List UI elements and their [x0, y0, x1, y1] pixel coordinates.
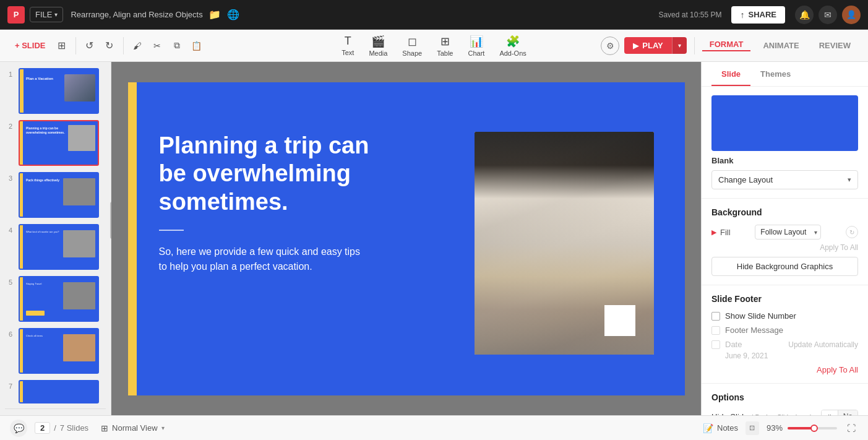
rp-tab-slide[interactable]: Slide — [711, 62, 750, 86]
addons-tool-icon: 🧩 — [506, 35, 520, 48]
play-icon: ▶ — [633, 41, 638, 50]
cut-icon[interactable]: ✂ — [148, 37, 166, 54]
normal-view-button[interactable]: ⊞ Normal View ▾ — [96, 421, 169, 436]
slide-heading: Planning a trip can be overwhelming some… — [159, 132, 394, 217]
footer-message-input[interactable] — [725, 326, 858, 335]
footer-message-checkbox[interactable] — [711, 326, 720, 335]
background-title: Background — [711, 207, 858, 217]
slide-num-4: 4 — [6, 226, 15, 234]
undo-button[interactable]: ↺ — [81, 37, 98, 54]
hide-slide-sub: ( During Slideshow ) — [751, 413, 812, 415]
date-value: June 9, 2021 — [725, 352, 858, 360]
notes-button[interactable]: 📝 Notes — [703, 423, 738, 433]
shape-tool-icon: ◻ — [408, 35, 417, 48]
saved-text: Saved at 10:55 PM — [658, 11, 721, 19]
hide-slide-label: Hide Slide — [711, 412, 748, 415]
slide-thumb-1[interactable]: 1 Plan a Vacation — [5, 67, 106, 115]
view-chevron-icon: ▾ — [161, 425, 165, 431]
slide-divider — [159, 230, 184, 231]
show-slide-number-checkbox[interactable] — [711, 312, 720, 321]
tab-format[interactable]: FORMAT — [702, 40, 751, 51]
slide-num-3: 3 — [6, 175, 15, 182]
layout-toggle-icon[interactable]: ⊡ — [746, 421, 759, 435]
apply-fill-icon[interactable]: ↻ — [846, 226, 858, 238]
addons-tool-button[interactable]: 🧩 Add-Ons — [493, 32, 532, 59]
slide-thumb-7[interactable]: 7 — [5, 379, 106, 405]
follow-layout-select[interactable]: Follow Layout None Solid Gradient Image — [755, 225, 821, 239]
chart-tool-button[interactable]: 📊 Chart — [462, 32, 491, 59]
tab-animate[interactable]: ANIMATE — [755, 41, 806, 50]
slide-num-2: 2 — [6, 123, 15, 130]
slide-thumb-6[interactable]: 6 Check all items — [5, 327, 106, 375]
library-tab[interactable]: Library — [5, 414, 40, 415]
slide-count: 7 Slides — [60, 423, 88, 433]
paste-icon[interactable]: 📋 — [188, 37, 205, 54]
zoom-slider-thumb[interactable] — [810, 425, 818, 432]
apply-to-all-fill[interactable]: Apply To All — [711, 243, 858, 252]
rp-tab-themes[interactable]: Themes — [750, 62, 801, 86]
layout-view-icon[interactable]: ⊞ — [53, 37, 71, 54]
options-title: Options — [711, 392, 858, 402]
fill-caret-icon[interactable]: ▶ — [711, 228, 716, 236]
zoom-slider[interactable] — [788, 427, 837, 429]
page-number-badge[interactable]: 2 — [35, 422, 50, 434]
folder-icon[interactable]: 📁 — [208, 8, 221, 22]
settings-wheel-icon[interactable]: ⚙ — [601, 37, 619, 55]
table-tool-button[interactable]: ⊞ Table — [431, 32, 459, 59]
share-icon: ↑ — [740, 10, 744, 20]
slide-thumb-3[interactable]: 3 Pack things effectively — [5, 171, 106, 219]
slide-thumb-5[interactable]: 5 Staying Travel — [5, 275, 106, 323]
date-checkbox[interactable] — [711, 340, 720, 349]
slide-image — [475, 132, 654, 355]
globe-icon[interactable]: 🌐 — [226, 8, 240, 22]
text-tool-icon: T — [345, 35, 351, 48]
text-tool-button[interactable]: T Text — [335, 32, 360, 59]
tab-review[interactable]: REVIEW — [812, 41, 858, 50]
yellow-bar — [128, 82, 137, 395]
slide-body: So, here we provide a few quick and easy… — [159, 244, 369, 274]
change-layout-chevron-icon: ▾ — [848, 176, 851, 184]
redo-button[interactable]: ↻ — [101, 37, 118, 54]
shape-tool-button[interactable]: ◻ Shape — [396, 32, 428, 59]
slide-thumb-2[interactable]: 2 Planning a trip can beoverwhelming som… — [5, 119, 106, 167]
show-slide-number-label: Show Slide Number — [725, 311, 796, 321]
slide-num-5: 5 — [6, 278, 15, 286]
fullscreen-icon[interactable]: ⛶ — [844, 421, 858, 435]
pause-icon: ⏸ — [827, 413, 833, 416]
slide-canvas: Planning a trip can be overwhelming some… — [128, 82, 685, 395]
slide-num-1: 1 — [6, 71, 15, 78]
hide-slide-toggle[interactable]: ⏸ No — [821, 410, 858, 415]
media-tool-button[interactable]: 🎬 Media — [363, 32, 393, 59]
change-layout-button[interactable]: Change Layout ▾ — [711, 170, 858, 189]
app-icon: P — [7, 6, 25, 24]
slide-num-6: 6 — [6, 330, 15, 338]
slide-layout-preview — [711, 95, 858, 151]
blank-label: Blank — [711, 156, 858, 165]
chat-icon[interactable]: 💬 — [10, 420, 27, 437]
slide-thumb-4[interactable]: 4 What kind of traveler are you? — [5, 223, 106, 271]
view-icon: ⊞ — [101, 423, 108, 433]
avatar[interactable]: 👤 — [842, 6, 861, 24]
update-automatically-label: Update Automatically — [788, 340, 858, 349]
gallery-tab[interactable]: Gallery New — [40, 414, 92, 415]
format-painter-icon[interactable]: 🖌 — [129, 37, 146, 54]
share-button[interactable]: ↑ SHARE — [731, 6, 785, 24]
play-dropdown-button[interactable]: ▾ — [672, 37, 687, 54]
play-button[interactable]: ▶ PLAY — [624, 37, 671, 54]
slide-footer-title: Slide Footer — [711, 294, 858, 304]
notes-icon: 📝 — [703, 423, 713, 433]
chart-tool-icon: 📊 — [470, 35, 483, 48]
copy-icon[interactable]: ⧉ — [168, 37, 186, 54]
fill-label: Fill — [720, 228, 731, 237]
hide-background-graphics-button[interactable]: Hide Background Graphics — [711, 257, 858, 276]
mail-icon[interactable]: ✉ — [819, 6, 837, 24]
apply-to-all-footer[interactable]: Apply To All — [711, 365, 858, 374]
date-label: Date — [725, 340, 742, 349]
slide-num-7: 7 — [6, 382, 15, 390]
add-slide-button[interactable]: + SLIDE — [10, 38, 51, 53]
doc-title: Rearrange, Align and Resize Objects — [71, 10, 202, 19]
file-button[interactable]: FILE ▾ — [30, 7, 63, 22]
table-tool-icon: ⊞ — [440, 35, 450, 48]
page-separator: / — [54, 423, 56, 433]
notifications-icon[interactable]: 🔔 — [795, 6, 814, 24]
